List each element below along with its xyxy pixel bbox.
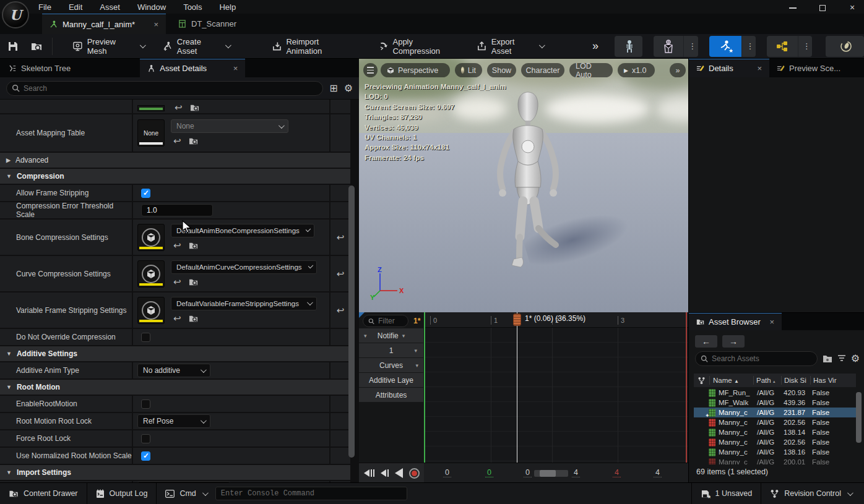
tab-asset-details[interactable]: Asset Details × <box>140 59 245 77</box>
physics-mode-button[interactable] <box>826 36 864 57</box>
tab-preview-scene[interactable]: Preview Sce... <box>769 59 848 77</box>
history-forward-button[interactable]: → <box>722 335 745 348</box>
menu-file[interactable]: File <box>38 2 51 12</box>
close-icon[interactable]: × <box>757 64 762 73</box>
timeline-track-area[interactable] <box>424 328 688 463</box>
viewport-menu-icon[interactable] <box>363 63 378 77</box>
category-advanced[interactable]: ▶Advanced <box>0 153 350 168</box>
preview-viewport[interactable]: Perspective Lit Show Character LOD Auto … <box>359 59 688 312</box>
browse-icon[interactable] <box>190 103 199 112</box>
category-import-settings[interactable]: ▼Import Settings <box>0 465 350 480</box>
menu-asset[interactable]: Asset <box>100 2 120 12</box>
tab-manny-calf-anim[interactable]: Manny_calf_l_anim* × <box>42 14 166 34</box>
undo-icon[interactable]: ↩ <box>173 276 181 288</box>
browse-to-asset-button[interactable] <box>25 34 48 59</box>
bone-compression-dropdown[interactable]: DefaultAnimBoneCompressionSettings <box>171 224 314 237</box>
asset-row[interactable]: Manny_c/All/G200.01False <box>694 457 856 464</box>
save-button[interactable] <box>0 34 25 59</box>
view-range-end-value[interactable]: 4 <box>572 468 580 477</box>
track-notify-slot[interactable]: 1▾ <box>359 343 423 357</box>
undo-icon[interactable]: ↩ <box>173 135 181 147</box>
column-disk-size[interactable]: Disk Si <box>782 377 810 384</box>
total-frames-value[interactable]: 4 <box>654 468 662 477</box>
do-not-override-checkbox[interactable] <box>141 333 150 342</box>
animation-mode-button[interactable]: ★ <box>709 36 741 57</box>
mesh-mode-button[interactable] <box>654 36 683 57</box>
asset-row[interactable]: MF_Run_/All/G420.93False <box>694 388 856 398</box>
undo-icon[interactable]: ↩ <box>173 313 181 324</box>
menu-tools[interactable]: Tools <box>183 2 202 12</box>
export-asset-button[interactable]: Export Asset <box>470 34 549 59</box>
animation-mode-kebab-icon[interactable]: ⋮ <box>741 36 756 57</box>
asset-row[interactable]: Manny_c/All/G202.56False <box>694 437 856 447</box>
browse-icon[interactable] <box>189 314 198 323</box>
menu-help[interactable]: Help <box>219 2 236 12</box>
cmd-selector[interactable]: Cmd <box>157 483 215 504</box>
column-has-virtualized[interactable]: Has Vir <box>811 377 837 384</box>
record-button[interactable] <box>409 468 420 479</box>
close-icon[interactable]: × <box>153 20 158 29</box>
allow-frame-stripping-checkbox[interactable] <box>141 189 150 198</box>
revision-control-button[interactable]: Revision Control <box>761 483 860 504</box>
timeline-zoom-slider[interactable] <box>534 470 568 477</box>
asset-search[interactable] <box>695 351 818 366</box>
filter-icon[interactable] <box>837 355 846 362</box>
preview-mesh-button[interactable]: Preview Mesh <box>66 34 150 59</box>
create-asset-button[interactable]: Create Asset <box>156 34 235 59</box>
maximize-icon[interactable] <box>816 2 829 12</box>
category-compression[interactable]: ▼Compression <box>0 169 350 184</box>
lod-auto-button[interactable]: LOD Auto <box>569 63 613 77</box>
go-to-start-button[interactable] <box>364 469 374 477</box>
details-scrollbar[interactable] <box>348 186 355 458</box>
apply-compression-button[interactable]: Apply Compression <box>372 34 464 59</box>
current-frame-value[interactable]: 0 <box>443 468 451 477</box>
track-notifies[interactable]: ▾Notifie▾ <box>359 328 423 343</box>
filter-input[interactable] <box>378 317 403 325</box>
playback-speed-button[interactable]: ▶ x1.0 <box>618 63 655 77</box>
asset-row[interactable]: Manny_c/All/G138.14False <box>694 427 856 437</box>
output-log-button[interactable]: Output Log <box>87 483 157 504</box>
asset-row[interactable]: Manny_c/All/G202.56False <box>694 417 856 427</box>
reset-to-default-icon[interactable]: ↩ <box>329 220 350 255</box>
close-icon[interactable]: × <box>769 317 774 327</box>
undo-icon[interactable]: ↩ <box>175 102 183 113</box>
reset-to-default-icon[interactable]: ↩ <box>329 256 350 291</box>
column-path[interactable]: Path ▴ <box>754 377 781 384</box>
blueprint-mode-button[interactable] <box>767 36 798 57</box>
asset-mapping-dropdown[interactable]: None <box>171 119 288 133</box>
compression-error-scale-input[interactable] <box>141 204 213 216</box>
lit-button[interactable]: Lit <box>455 63 482 77</box>
browse-icon[interactable] <box>189 278 198 286</box>
toolbar-overflow-chevrons-icon[interactable]: » <box>592 40 598 53</box>
minimize-icon[interactable] <box>786 2 800 12</box>
play-reverse-button[interactable] <box>395 468 403 478</box>
close-icon[interactable]: × <box>233 64 238 73</box>
perspective-button[interactable]: Perspective <box>381 63 450 77</box>
track-attributes[interactable]: Attributes <box>359 388 423 402</box>
asset-list-scrollbar[interactable] <box>856 392 862 443</box>
details-search[interactable] <box>6 81 323 96</box>
timeline-filter[interactable] <box>363 315 408 327</box>
range-start-marker[interactable] <box>424 312 425 463</box>
asset-thumbnail[interactable] <box>137 297 165 324</box>
track-curves[interactable]: Curves▾ <box>359 358 423 372</box>
asset-thumbnail[interactable] <box>137 224 165 251</box>
search-input[interactable] <box>24 84 318 93</box>
show-button[interactable]: Show <box>487 63 516 77</box>
view-range-start-value[interactable]: 0 <box>524 468 532 477</box>
menu-window[interactable]: Window <box>137 2 166 12</box>
asset-thumbnail[interactable] <box>137 260 165 288</box>
browse-icon[interactable] <box>189 241 198 250</box>
viewport-overflow-chevrons-icon[interactable]: » <box>670 63 686 77</box>
asset-table-header[interactable]: Name ▲ Path ▴ Disk Si Has Vir <box>694 374 856 387</box>
track-additive-layers[interactable]: Additive Laye <box>359 373 423 387</box>
folder-icon[interactable] <box>823 355 832 363</box>
tab-details[interactable]: Details × <box>689 59 769 77</box>
history-back-button[interactable]: ← <box>695 335 717 348</box>
console-command-input[interactable] <box>215 487 407 500</box>
asset-thumbnail[interactable]: None <box>137 119 165 147</box>
use-normalized-root-motion-scale-checkbox[interactable] <box>141 451 150 461</box>
variable-frame-stripping-dropdown[interactable]: DefaultVariableFrameStrippingSettings <box>171 297 317 310</box>
range-end-marker[interactable] <box>686 312 687 463</box>
content-drawer-button[interactable]: Content Drawer <box>0 483 87 504</box>
